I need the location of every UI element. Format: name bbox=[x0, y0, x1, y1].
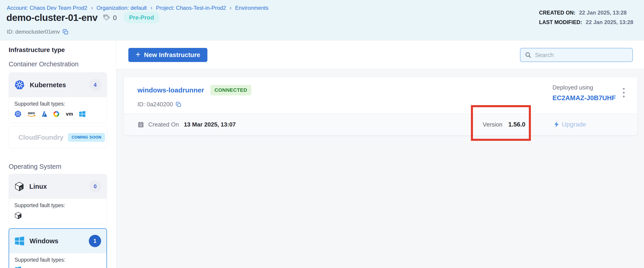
environment-title-row: demo-cluster-01-env 0 Pre-Prod bbox=[6, 12, 160, 24]
svg-text:aws: aws bbox=[28, 111, 35, 115]
windows-card-body: Supported fault types: bbox=[9, 253, 106, 268]
windows-count-badge: 1 bbox=[89, 235, 101, 247]
infra-type-card-linux[interactable]: $ Linux 0 Supported fault types: $ bbox=[9, 174, 107, 224]
new-infrastructure-label: New Infrastructure bbox=[144, 51, 200, 58]
chevron-right-icon: › bbox=[91, 4, 93, 11]
search-input[interactable] bbox=[535, 52, 628, 58]
chevron-right-icon: › bbox=[230, 4, 232, 11]
tag-icon bbox=[102, 14, 111, 22]
section-operating-system: Operating System bbox=[9, 163, 107, 170]
environment-details-page: Account: Chaos Dev Team Prod2 › Organiza… bbox=[0, 0, 644, 268]
kubernetes-label: Kubernetes bbox=[30, 81, 84, 89]
svg-text:$: $ bbox=[20, 187, 22, 190]
last-modified-label: LAST MODIFIED: bbox=[539, 19, 582, 26]
breadcrumb-organization[interactable]: Organization: default bbox=[96, 5, 147, 11]
deployed-host-link[interactable]: EC2AMAZ-J0B7UHF bbox=[552, 94, 616, 102]
search-icon bbox=[524, 51, 532, 58]
infrastructure-id-row: ID: 0a240200 bbox=[138, 101, 638, 108]
created-on-value: 22 Jan 2025, 13:28 bbox=[579, 10, 627, 16]
aws-icon: aws bbox=[26, 110, 36, 118]
kubernetes-count-badge: 4 bbox=[89, 79, 101, 91]
gcp-icon bbox=[52, 110, 60, 118]
kubernetes-card-body: Supported fault types: aws bbox=[9, 97, 107, 122]
linux-fault-icons: $ bbox=[14, 212, 101, 220]
vmware-icon: vm bbox=[65, 111, 74, 117]
copy-icon bbox=[62, 29, 68, 35]
chevron-right-icon: › bbox=[150, 4, 152, 11]
sidebar-title: Infrastructure type bbox=[9, 46, 107, 54]
breadcrumb-account[interactable]: Account: Chaos Dev Team Prod2 bbox=[7, 5, 87, 11]
calendar-icon bbox=[138, 121, 144, 128]
upgrade-button[interactable]: Upgrade bbox=[554, 121, 586, 128]
linux-icon: $ bbox=[14, 182, 24, 192]
svg-text:$: $ bbox=[19, 216, 20, 218]
version-value: 1.56.0 bbox=[508, 121, 526, 128]
windows-fault-icons bbox=[14, 266, 101, 268]
linux-icon: $ bbox=[14, 212, 22, 220]
linux-label: Linux bbox=[29, 183, 84, 190]
environment-type-badge: Pre-Prod bbox=[124, 12, 160, 24]
cloudfoundry-label: CloudFoundry bbox=[18, 134, 64, 141]
infrastructure-card: windows-loadrunner CONNECTED ID: 0a24020… bbox=[124, 77, 638, 135]
infrastructure-list: windows-loadrunner CONNECTED ID: 0a24020… bbox=[116, 69, 644, 268]
infrastructure-id: ID: 0a240200 bbox=[138, 101, 173, 108]
created-on-row: CREATED ON: 22 Jan 2025, 13:28 bbox=[539, 10, 633, 16]
windows-icon bbox=[14, 266, 21, 268]
kubernetes-icon bbox=[14, 80, 25, 90]
created-on-label: Created On bbox=[148, 121, 179, 128]
last-modified-value: 22 Jan 2025, 13:28 bbox=[586, 19, 633, 26]
copy-id-button[interactable] bbox=[62, 29, 68, 35]
windows-label: Windows bbox=[30, 237, 84, 245]
supported-fault-types-label: Supported fault types: bbox=[14, 202, 101, 208]
linux-card-body: Supported fault types: $ bbox=[9, 199, 107, 224]
windows-icon bbox=[79, 110, 86, 118]
toolbar: + New Infrastructure bbox=[116, 40, 644, 69]
last-modified-row: LAST MODIFIED: 22 Jan 2025, 13:28 bbox=[539, 19, 633, 26]
infra-type-card-windows[interactable]: Windows 1 Supported fault types: bbox=[9, 228, 107, 268]
linux-count-badge: 0 bbox=[89, 180, 101, 192]
infra-type-card-kubernetes[interactable]: Kubernetes 4 Supported fault types: bbox=[9, 72, 107, 123]
kubernetes-card-head[interactable]: Kubernetes 4 bbox=[9, 73, 107, 97]
page-header: Account: Chaos Dev Team Prod2 › Organiza… bbox=[0, 0, 644, 40]
environment-id-row: ID: democluster01env bbox=[7, 28, 68, 35]
created-on-value: 13 Mar 2025, 13:07 bbox=[184, 121, 236, 128]
kubernetes-icon bbox=[14, 110, 22, 118]
version-label: Version bbox=[483, 121, 502, 128]
copy-infra-id-button[interactable] bbox=[176, 102, 182, 108]
section-container-orchestration: Container Orchestration bbox=[9, 60, 107, 68]
infrastructure-name-link[interactable]: windows-loadrunner bbox=[138, 86, 204, 94]
tags-count: 0 bbox=[102, 14, 117, 22]
connected-status-badge: CONNECTED bbox=[210, 85, 251, 96]
environment-id: ID: democluster01env bbox=[7, 28, 60, 35]
lightning-bolt-icon bbox=[554, 121, 559, 128]
page-title: demo-cluster-01-env bbox=[6, 12, 98, 23]
kebab-menu-icon[interactable] bbox=[619, 86, 628, 100]
breadcrumb-environments[interactable]: Environments bbox=[235, 5, 268, 11]
linux-card-head[interactable]: $ Linux 0 bbox=[9, 174, 107, 199]
breadcrumb-project[interactable]: Project: Chaos-Test-in-Prod2 bbox=[156, 5, 226, 11]
copy-icon bbox=[176, 102, 182, 108]
new-infrastructure-button[interactable]: + New Infrastructure bbox=[128, 48, 208, 62]
infrastructure-list-panel: + New Infrastructure windows-loadrunner … bbox=[116, 40, 644, 268]
infrastructure-card-body: windows-loadrunner CONNECTED ID: 0a24020… bbox=[124, 77, 638, 114]
kubernetes-fault-icons: aws vm bbox=[14, 110, 101, 118]
azure-icon bbox=[41, 110, 48, 118]
environment-dates: CREATED ON: 22 Jan 2025, 13:28 LAST MODI… bbox=[539, 10, 633, 28]
deployed-using-block: Deployed using EC2AMAZ-J0B7UHF bbox=[552, 84, 616, 102]
svg-text:vm: vm bbox=[66, 111, 73, 117]
search-box[interactable] bbox=[520, 48, 633, 62]
tag-count-value: 0 bbox=[113, 14, 117, 22]
deployed-using-label: Deployed using bbox=[552, 84, 616, 91]
created-on-label: CREATED ON: bbox=[539, 10, 576, 16]
version-block: Version 1.56.0 bbox=[483, 121, 526, 128]
supported-fault-types-label: Supported fault types: bbox=[14, 257, 101, 263]
coming-soon-badge: COMING SOON bbox=[68, 133, 105, 142]
windows-card-head[interactable]: Windows 1 bbox=[9, 229, 106, 253]
breadcrumb: Account: Chaos Dev Team Prod2 › Organiza… bbox=[7, 4, 268, 11]
infrastructure-card-footer: Created On 13 Mar 2025, 13:07 Version 1.… bbox=[124, 114, 638, 135]
supported-fault-types-label: Supported fault types: bbox=[14, 101, 101, 107]
infra-type-card-cloudfoundry: CloudFoundry COMING SOON bbox=[9, 126, 107, 148]
infrastructure-type-sidebar: Infrastructure type Container Orchestrat… bbox=[0, 40, 116, 268]
windows-icon bbox=[14, 236, 24, 246]
upgrade-label: Upgrade bbox=[562, 121, 586, 128]
